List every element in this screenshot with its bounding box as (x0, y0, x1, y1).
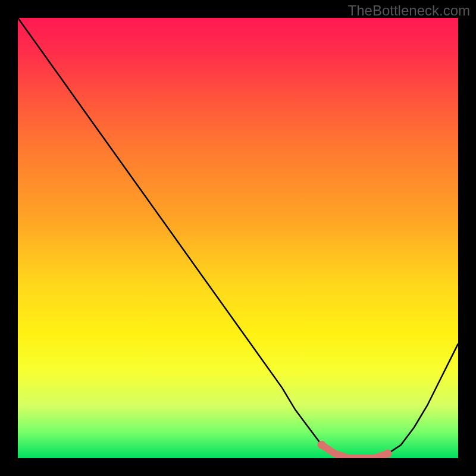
svg-point-0 (318, 441, 326, 449)
chart-plot-area (18, 18, 458, 458)
optimal-range-highlight (18, 18, 458, 458)
svg-point-1 (384, 450, 392, 458)
watermark-text: TheBottleneck.com (348, 2, 470, 19)
